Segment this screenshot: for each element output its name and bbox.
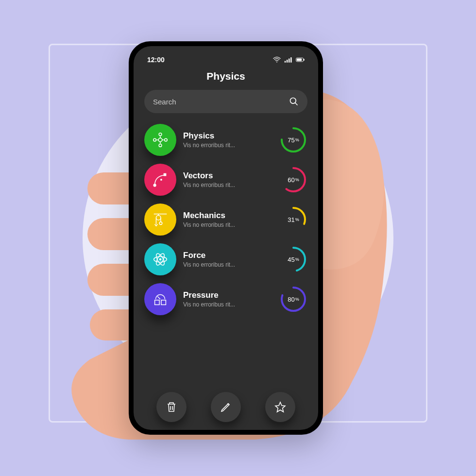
vector-icon — [144, 164, 176, 196]
svg-point-12 — [290, 98, 296, 104]
wifi-icon — [272, 56, 281, 63]
star-button[interactable] — [265, 392, 295, 422]
topic-title: Pressure — [183, 290, 272, 300]
topic-subtitle: Vis no erroribus rit... — [183, 182, 272, 188]
svg-point-26 — [160, 179, 162, 181]
edit-button[interactable] — [211, 392, 241, 422]
app-screen: 12:00 Physics Search PhysicsVis no error… — [134, 46, 318, 430]
trash-icon — [165, 401, 178, 413]
progress-value: 45% — [279, 245, 307, 273]
progress-ring: 45% — [279, 245, 307, 273]
topic-title: Force — [183, 251, 272, 260]
svg-point-16 — [165, 138, 168, 141]
topic-title: Vectors — [183, 171, 272, 181]
topic-row-physics[interactable]: PhysicsVis no erroribus rit...75% — [144, 124, 307, 156]
svg-line-40 — [157, 296, 160, 299]
signal-icon — [284, 56, 293, 63]
topic-row-mechanics[interactable]: MechanicsVis no erroribus rit...31% — [144, 204, 307, 236]
topics-list: PhysicsVis no erroribus rit...75%Vectors… — [144, 124, 307, 385]
topic-text: PressureVis no erroribus rit... — [183, 290, 272, 308]
svg-line-13 — [295, 103, 298, 105]
topic-text: PhysicsVis no erroribus rit... — [183, 131, 272, 149]
topic-title: Physics — [183, 131, 272, 141]
gauge-icon — [144, 283, 176, 315]
progress-ring: 31% — [279, 205, 307, 234]
pulley-icon — [144, 204, 176, 236]
topic-row-force[interactable]: ForceVis no erroribus rit...45% — [144, 243, 307, 275]
phone-frame: 12:00 Physics Search PhysicsVis no error… — [129, 41, 323, 435]
svg-rect-41 — [155, 300, 160, 305]
pencil-icon — [220, 401, 232, 413]
svg-point-18 — [159, 144, 162, 147]
progress-value: 60% — [279, 166, 307, 194]
svg-rect-6 — [287, 60, 288, 63]
battery-icon — [296, 56, 305, 63]
progress-ring: 75% — [279, 126, 307, 154]
search-icon — [289, 97, 299, 106]
progress-ring: 60% — [279, 166, 307, 194]
progress-value: 75% — [279, 126, 307, 154]
topic-text: VectorsVis no erroribus rit... — [183, 171, 272, 188]
bottom-toolbar — [144, 392, 307, 422]
status-icons — [272, 56, 305, 63]
progress-ring: 80% — [279, 285, 307, 313]
topic-row-vectors[interactable]: VectorsVis no erroribus rit...60% — [144, 164, 307, 196]
topic-subtitle: Vis no erroribus rit... — [183, 301, 272, 308]
svg-rect-10 — [304, 59, 305, 61]
svg-rect-25 — [164, 173, 167, 176]
svg-point-24 — [153, 184, 156, 187]
atom-icon — [144, 243, 176, 275]
search-input[interactable]: Search — [144, 90, 307, 113]
topic-text: ForceVis no erroribus rit... — [183, 251, 272, 268]
star-icon — [274, 401, 287, 413]
topic-text: MechanicsVis no erroribus rit... — [183, 211, 272, 228]
topic-subtitle: Vis no erroribus rit... — [183, 261, 272, 268]
molecule-icon — [144, 124, 176, 156]
search-placeholder: Search — [153, 98, 289, 106]
svg-point-4 — [276, 62, 277, 63]
topic-subtitle: Vis no erroribus rit... — [183, 142, 272, 149]
svg-point-35 — [159, 258, 162, 261]
svg-rect-11 — [297, 58, 302, 61]
svg-rect-7 — [289, 59, 289, 63]
topic-row-pressure[interactable]: PressureVis no erroribus rit...80% — [144, 283, 307, 315]
svg-point-17 — [159, 133, 162, 136]
topic-title: Mechanics — [183, 211, 272, 221]
topic-subtitle: Vis no erroribus rit... — [183, 221, 272, 228]
svg-rect-5 — [285, 61, 286, 62]
trash-button[interactable] — [156, 392, 187, 422]
status-bar: 12:00 — [144, 55, 307, 67]
svg-rect-8 — [290, 57, 291, 63]
page-title: Physics — [144, 70, 307, 82]
svg-rect-42 — [161, 300, 166, 305]
status-time: 12:00 — [147, 56, 165, 64]
svg-point-14 — [158, 138, 162, 142]
progress-value: 80% — [279, 285, 307, 313]
progress-value: 31% — [279, 205, 307, 234]
svg-point-15 — [153, 138, 156, 141]
svg-point-29 — [156, 215, 161, 220]
